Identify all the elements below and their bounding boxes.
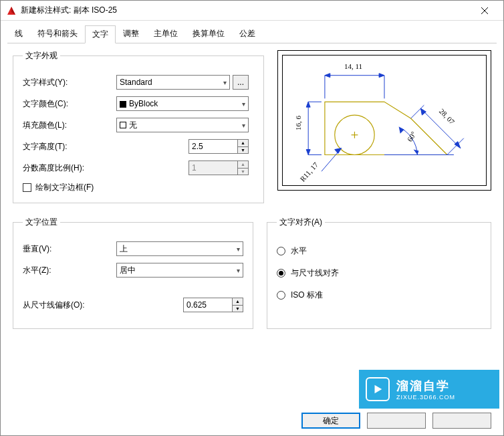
select-vertical[interactable]: 上 ▾ — [116, 241, 243, 256]
group-text-position: 文字位置 垂直(V): 上 ▾ 水平(Z): 居中 ▾ 从尺寸线偏 — [13, 217, 253, 329]
label-align-horizontal: 水平 — [291, 245, 307, 257]
watermark-brand: 溜溜自学 — [396, 378, 455, 394]
svg-marker-19 — [414, 150, 419, 155]
svg-marker-15 — [306, 102, 310, 107]
value-text-color: ByBlock — [120, 99, 158, 108]
watermark-url: ZIXUE.3D66.COM — [396, 394, 455, 401]
spinner-fraction-scale: 1 ▲▼ — [188, 160, 249, 175]
tab-primary-units[interactable]: 主单位 — [146, 25, 185, 43]
button-bar: 确定 — [301, 413, 491, 429]
select-fill-color[interactable]: 无 ▾ — [116, 118, 249, 132]
chevron-down-icon: ▾ — [242, 122, 245, 129]
select-text-color[interactable]: ByBlock ▾ — [116, 96, 249, 111]
radio-align-iso[interactable]: ISO 标准 — [277, 290, 481, 301]
svg-marker-25 — [420, 108, 426, 115]
value-offset: 0.625 — [184, 298, 232, 312]
select-horizontal[interactable]: 居中 ▾ — [116, 263, 243, 278]
checkbox-box-icon — [23, 183, 31, 192]
radio-align-horizontal[interactable]: 水平 — [277, 245, 481, 257]
radio-align-dimline[interactable]: 与尺寸线对齐 — [277, 267, 481, 279]
svg-marker-18 — [335, 148, 342, 154]
tab-symbols[interactable]: 符号和箭头 — [30, 25, 85, 43]
value-text-height: 2.5 — [189, 140, 237, 153]
label-horizontal: 水平(Z): — [23, 265, 116, 276]
svg-marker-11 — [379, 74, 384, 78]
ok-button[interactable]: 确定 — [301, 413, 360, 429]
svg-marker-10 — [325, 74, 330, 78]
radio-icon — [277, 291, 285, 300]
browse-text-style-button[interactable]: ... — [233, 75, 249, 90]
select-text-style[interactable]: Standard ▾ — [116, 75, 230, 90]
tab-alt-units[interactable]: 换算单位 — [185, 25, 232, 43]
spin-down-icon[interactable]: ▼ — [233, 306, 243, 312]
label-fraction-scale: 分数高度比例(H): — [23, 162, 116, 174]
spin-up-icon: ▲ — [238, 161, 248, 169]
window-title: 新建标注样式: 副本 ISO-25 — [21, 5, 471, 16]
checkbox-draw-frame[interactable]: 绘制文字边框(F) — [23, 182, 254, 193]
radio-icon — [277, 269, 285, 278]
value-fill-color: 无 — [120, 120, 137, 131]
radio-icon — [277, 247, 285, 255]
value-fraction-scale: 1 — [189, 161, 237, 175]
chevron-down-icon: ▾ — [237, 267, 240, 274]
label-text-style: 文字样式(Y): — [23, 77, 116, 88]
button-3[interactable] — [432, 413, 491, 429]
spin-up-icon[interactable]: ▲ — [238, 140, 248, 147]
app-icon — [6, 5, 17, 16]
spinner-text-height[interactable]: 2.5 ▲▼ — [188, 139, 249, 154]
preview-panel: 14, 11 16, 6 R11, 17 60° 28, 07 — [277, 50, 491, 191]
legend-position: 文字位置 — [23, 217, 60, 228]
label-vertical: 垂直(V): — [23, 243, 116, 255]
svg-line-24 — [447, 138, 464, 155]
legend-appearance: 文字外观 — [23, 50, 60, 62]
tab-bar: 线 符号和箭头 文字 调整 主单位 换算单位 公差 — [7, 25, 497, 43]
label-draw-frame: 绘制文字边框(F) — [35, 182, 94, 193]
label-fill-color: 填充颜色(L): — [23, 120, 116, 131]
watermark: 溜溜自学 ZIXUE.3D66.COM — [359, 370, 499, 409]
spin-down-icon[interactable]: ▼ — [238, 147, 248, 154]
spin-down-icon: ▼ — [238, 169, 248, 175]
label-align-dimline: 与尺寸线对齐 — [291, 267, 339, 279]
preview-dim-top: 14, 11 — [344, 62, 362, 70]
tab-fit[interactable]: 调整 — [116, 25, 146, 43]
group-text-appearance: 文字外观 文字样式(Y): Standard ▾ ... 文字颜色(C): By… — [13, 50, 264, 203]
titlebar: 新建标注样式: 副本 ISO-25 — [1, 1, 503, 21]
group-text-alignment: 文字对齐(A) 水平 与尺寸线对齐 ISO 标准 — [267, 217, 491, 329]
close-button[interactable] — [471, 1, 498, 21]
label-align-iso: ISO 标准 — [291, 290, 323, 301]
label-text-height: 文字高度(T): — [23, 141, 116, 152]
chevron-down-icon: ▾ — [242, 100, 245, 108]
tab-text[interactable]: 文字 — [85, 25, 116, 43]
spin-up-icon[interactable]: ▲ — [233, 298, 243, 306]
label-offset: 从尺寸线偏移(O): — [23, 300, 143, 311]
svg-marker-16 — [306, 150, 310, 155]
spinner-offset[interactable]: 0.625 ▲▼ — [183, 298, 243, 312]
value-text-style: Standard — [120, 78, 152, 87]
legend-alignment: 文字对齐(A) — [277, 217, 325, 228]
value-horizontal: 居中 — [120, 265, 136, 276]
play-icon — [366, 377, 390, 401]
button-2[interactable] — [367, 413, 426, 429]
tab-tolerance[interactable]: 公差 — [232, 25, 263, 43]
preview-dim-left: 16, 6 — [294, 116, 302, 130]
label-text-color: 文字颜色(C): — [23, 98, 116, 110]
tab-line[interactable]: 线 — [7, 25, 30, 43]
svg-marker-20 — [399, 127, 404, 134]
chevron-down-icon: ▾ — [223, 79, 227, 86]
chevron-down-icon: ▾ — [237, 245, 240, 253]
svg-marker-27 — [375, 385, 382, 394]
value-vertical: 上 — [120, 243, 128, 255]
